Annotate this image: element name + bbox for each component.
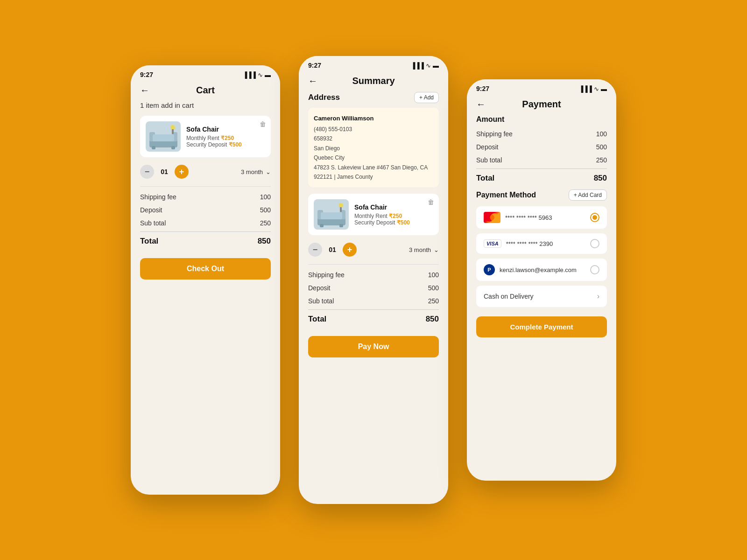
visa-option[interactable]: VISA **** **** **** 2390 — [476, 233, 607, 254]
summary-delete-icon[interactable]: 🗑 — [428, 198, 434, 206]
month-selector-2[interactable]: 3 month ⌄ — [409, 246, 439, 253]
status-icons-2: ▐▐▐ ∿ ▬ — [411, 62, 439, 69]
status-time-2: 9:27 — [308, 62, 321, 69]
signal-icon-3: ▐▐▐ — [579, 85, 592, 92]
svg-rect-13 — [339, 224, 343, 227]
payment-content: Amount Shipping fee 100 Deposit 500 Sub … — [467, 115, 616, 337]
checkout-button[interactable]: Check Out — [140, 258, 271, 280]
product-security-deposit: Security Deposit ₹500 — [186, 141, 265, 148]
cart-nav: ← Cart — [131, 81, 280, 101]
summary-product-info: Sofa Chair Monthly Rent ₹250 Security De… — [354, 203, 433, 226]
payment-total-row: Total 850 — [476, 168, 607, 186]
wifi-icon-2: ∿ — [426, 62, 431, 69]
amount-title: Amount — [476, 115, 607, 124]
status-bar-2: 9:27 ▐▐▐ ∿ ▬ — [299, 56, 448, 72]
shipping-row-1: Shipping fee 100 — [140, 190, 271, 203]
payment-method-header: Payment Method + Add Card — [476, 189, 607, 201]
payment-title: Payment — [522, 99, 561, 110]
radio-visa[interactable] — [590, 239, 599, 248]
payment-nav: ← Payment — [467, 95, 616, 115]
svg-rect-12 — [320, 224, 324, 227]
chevron-down-icon-2: ⌄ — [434, 246, 439, 253]
shipping-row-2: Shipping fee 100 — [308, 268, 439, 281]
status-time-1: 9:27 — [140, 71, 153, 78]
price-section-2: Shipping fee 100 Deposit 500 Sub total 2… — [299, 268, 448, 327]
cart-phone: 9:27 ▐▐▐ ∿ ▬ ← Cart 1 item add in cart — [131, 65, 280, 495]
payment-method-title: Payment Method — [476, 191, 536, 199]
month-selector-1[interactable]: 3 month ⌄ — [241, 168, 271, 175]
complete-payment-button[interactable]: Complete Payment — [476, 316, 607, 337]
wifi-icon: ∿ — [258, 71, 263, 78]
cart-title: Cart — [196, 85, 215, 96]
qty-row-2: − 01 + 3 month ⌄ — [299, 243, 448, 257]
pay-now-button[interactable]: Pay Now — [308, 336, 439, 357]
summary-phone: 9:27 ▐▐▐ ∿ ▬ ← Summary Address + Add Cam… — [299, 56, 448, 504]
paypal-email: kenzi.lawson@example.com — [500, 266, 585, 273]
status-icons-1: ▐▐▐ ∿ ▬ — [243, 71, 271, 78]
svg-point-14 — [338, 203, 343, 208]
price-section-1: Shipping fee 100 Deposit 500 Sub total 2… — [131, 190, 280, 249]
summary-product-name: Sofa Chair — [354, 203, 433, 211]
total-row-2: Total 850 — [308, 309, 439, 327]
paypal-option[interactable]: P kenzi.lawson@example.com — [476, 259, 607, 281]
qty-minus-btn-2[interactable]: − — [308, 243, 322, 257]
summary-monthly-rent: Monthly Rent ₹250 — [354, 213, 433, 219]
svg-point-6 — [170, 125, 175, 130]
status-bar-3: 9:27 ▐▐▐ ∿ ▬ — [467, 79, 616, 95]
wifi-icon-3: ∿ — [594, 85, 599, 92]
chevron-down-icon-1: ⌄ — [266, 168, 271, 175]
qty-plus-btn-1[interactable]: + — [175, 165, 189, 179]
address-city: San Diego — [314, 144, 433, 153]
radio-mastercard[interactable] — [590, 213, 599, 222]
add-card-button[interactable]: + Add Card — [569, 189, 607, 201]
mastercard-icon — [484, 212, 500, 223]
radio-paypal[interactable] — [590, 265, 599, 274]
svg-rect-7 — [172, 129, 174, 134]
summary-security-deposit: Security Deposit ₹500 — [354, 219, 433, 226]
battery-icon: ▬ — [265, 71, 271, 78]
address-zip: 658932 — [314, 134, 433, 143]
deposit-row-1: Deposit 500 — [140, 203, 271, 217]
address-card: Cameron Williamson (480) 555-0103 658932… — [308, 108, 439, 187]
product-monthly-rent: Monthly Rent ₹250 — [186, 135, 265, 141]
qty-controls-2: − 01 + — [308, 243, 357, 257]
qty-minus-btn-1[interactable]: − — [140, 165, 154, 179]
add-address-btn[interactable]: + Add — [414, 92, 439, 103]
total-row-1: Total 850 — [140, 231, 271, 249]
address-phone: (480) 555-0103 — [314, 125, 433, 134]
signal-icon-2: ▐▐▐ — [411, 62, 424, 69]
mastercard-option[interactable]: **** **** **** 5963 — [476, 206, 607, 229]
cash-delivery-option[interactable]: Cash on Delivery › — [476, 286, 607, 307]
product-name-1: Sofa Chair — [186, 126, 265, 133]
payment-deposit-row: Deposit 500 — [476, 140, 607, 154]
product-info: Sofa Chair Monthly Rent ₹250 Security De… — [186, 126, 265, 148]
address-header: Address + Add — [308, 92, 439, 103]
sofa-illustration — [147, 123, 180, 151]
subtotal-row-2: Sub total 250 — [308, 294, 439, 308]
payment-subtotal-row: Sub total 250 — [476, 154, 607, 167]
summary-product-image — [314, 199, 349, 230]
signal-icon: ▐▐▐ — [243, 71, 256, 78]
address-name: Cameron Williamson — [314, 113, 433, 124]
qty-controls-1: − 01 + — [140, 165, 189, 179]
payment-phone: 9:27 ▐▐▐ ∿ ▬ ← Payment Amount Shipping f… — [467, 79, 616, 481]
address-state: Quebec City — [314, 153, 433, 162]
mastercard-number: **** **** **** 5963 — [505, 214, 585, 221]
qty-plus-btn-2[interactable]: + — [343, 243, 357, 257]
status-icons-3: ▐▐▐ ∿ ▬ — [579, 85, 607, 92]
battery-icon-2: ▬ — [433, 62, 439, 69]
svg-rect-3 — [153, 134, 174, 141]
status-bar-1: 9:27 ▐▐▐ ∿ ▬ — [131, 65, 280, 81]
divider-1 — [140, 186, 271, 187]
payment-shipping-row: Shipping fee 100 — [476, 127, 607, 140]
divider-2 — [308, 264, 439, 265]
svg-rect-11 — [321, 212, 342, 219]
subtotal-row-1: Sub total 250 — [140, 217, 271, 230]
summary-product-card: Sofa Chair Monthly Rent ₹250 Security De… — [308, 194, 439, 235]
payment-price-section: Shipping fee 100 Deposit 500 Sub total 2… — [476, 127, 607, 186]
address-section: Address + Add Cameron Williamson (480) 5… — [299, 92, 448, 187]
delete-icon[interactable]: 🗑 — [260, 120, 266, 128]
back-button-3[interactable]: ← — [476, 99, 486, 110]
back-button-1[interactable]: ← — [140, 85, 149, 96]
back-button-2[interactable]: ← — [308, 76, 317, 86]
